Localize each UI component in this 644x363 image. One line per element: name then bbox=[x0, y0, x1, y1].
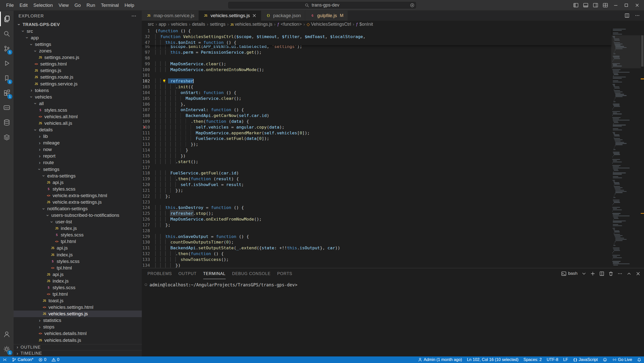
panel-tab-terminal[interactable]: TERMINAL bbox=[203, 268, 226, 279]
line-number[interactable]: 119 bbox=[142, 176, 155, 181]
code-line[interactable]: 110 self.vehicles = angular.copy(data); bbox=[142, 124, 611, 130]
panel-tab-debug-console[interactable]: DEBUG CONSOLE bbox=[232, 268, 271, 279]
line-number[interactable]: 123 bbox=[142, 199, 155, 204]
views-more-button[interactable] bbox=[131, 13, 137, 19]
code-line[interactable]: 117 bbox=[142, 164, 611, 170]
line-number[interactable]: 103 bbox=[142, 84, 155, 89]
breadcrumb-item[interactable]: details bbox=[192, 22, 206, 27]
code-line[interactable]: 129 this.onSaveOutput = function () { bbox=[142, 233, 611, 239]
tree-item-settings.zones.js[interactable]: JSsettings.zones.js bbox=[14, 54, 142, 61]
line-number[interactable]: 128 bbox=[142, 228, 155, 233]
toggle-secondary-sidebar-button[interactable] bbox=[591, 1, 600, 9]
breadcrumb-item[interactable]: ƒ<function> bbox=[277, 22, 302, 27]
menu-selection[interactable]: Selection bbox=[30, 0, 56, 11]
breadcrumb-item[interactable]: ◇VehiclesSettingsCtrl bbox=[306, 22, 352, 27]
tree-item-api.js[interactable]: JSapi.js bbox=[14, 245, 142, 251]
tree-item-index.js[interactable]: JSindex.js bbox=[14, 252, 142, 258]
code-line[interactable]: 132 .then(function () { bbox=[142, 251, 611, 257]
code-line[interactable]: 134 }) bbox=[142, 262, 611, 268]
close-panel-button[interactable] bbox=[635, 271, 641, 276]
editor-scrollbar[interactable] bbox=[641, 28, 644, 268]
activitybar-bookmarks[interactable]: 1 bbox=[0, 71, 14, 85]
editor-more-button[interactable] bbox=[635, 13, 640, 18]
panel-more-button[interactable] bbox=[617, 271, 623, 276]
line-number[interactable]: 100 bbox=[142, 67, 155, 72]
tree-item-statistics[interactable]: ›statistics bbox=[14, 317, 142, 324]
line-number[interactable]: 121 bbox=[142, 188, 155, 193]
line-number[interactable]: 120 bbox=[142, 182, 155, 187]
code-editor[interactable]: 96 $scope.$emit(APP_EVENTS.ui.tabSelecte… bbox=[142, 28, 644, 268]
tree-item-tpl.html[interactable]: <>tpl.html bbox=[14, 265, 142, 271]
status-cursor-position[interactable]: Ln 102, Col 16 (10 selected) bbox=[464, 356, 521, 363]
tree-item-zones[interactable]: ›zones bbox=[14, 48, 142, 54]
tree-item-index.js[interactable]: JSindex.js bbox=[14, 225, 142, 232]
code-line[interactable]: 120 self.isShowFuel = result; bbox=[142, 182, 611, 188]
activitybar-run-and-debug[interactable] bbox=[0, 56, 14, 71]
menu-edit[interactable]: Edit bbox=[17, 0, 30, 11]
code-line[interactable]: 1(function () { bbox=[142, 28, 611, 34]
line-number[interactable]: 112 bbox=[142, 136, 155, 141]
kill-terminal-button[interactable] bbox=[608, 271, 614, 276]
activitybar-settings[interactable]: 1 bbox=[0, 342, 14, 356]
activitybar-explorer[interactable] bbox=[0, 12, 14, 26]
line-number[interactable]: 111 bbox=[142, 130, 155, 135]
tree-item-details[interactable]: ›details bbox=[14, 127, 142, 133]
section-timeline[interactable]: ›TIMELINE bbox=[14, 350, 142, 356]
line-number[interactable]: 109 bbox=[142, 119, 155, 124]
tree-item-settings.route.js[interactable]: JSsettings.route.js bbox=[14, 74, 142, 80]
tree-item-styles.scss[interactable]: Sstyles.scss bbox=[14, 258, 142, 265]
line-number[interactable]: 99 bbox=[142, 61, 155, 66]
status-git-branch[interactable]: Carlcon* bbox=[10, 356, 36, 363]
line-number[interactable]: 106 bbox=[142, 102, 155, 107]
command-center-extra-icon[interactable] bbox=[410, 3, 415, 8]
line-number[interactable]: 131 bbox=[142, 245, 155, 250]
code-line[interactable]: 119 .then(function (result) { bbox=[142, 176, 611, 182]
tree-item-notification-settings[interactable]: ›notification-settings bbox=[14, 205, 142, 212]
menu-view[interactable]: View bbox=[56, 0, 72, 11]
tree-item-vehicles.all.html[interactable]: <>vehicles.all.html bbox=[14, 113, 142, 120]
line-number[interactable]: 1 bbox=[142, 28, 155, 33]
tree-item-toast.js[interactable]: JStoast.js bbox=[14, 297, 142, 304]
code-line[interactable]: 133 showToastSuccess(); bbox=[142, 256, 611, 262]
code-line[interactable]: 104 onStart: function () { bbox=[142, 89, 611, 95]
line-number[interactable]: 101 bbox=[142, 73, 155, 78]
tree-item-styles.scss[interactable]: Sstyles.scss bbox=[14, 232, 142, 238]
status-git-blame[interactable]: Admin (1 month ago) bbox=[416, 356, 465, 363]
tree-item-app[interactable]: ›app bbox=[14, 35, 142, 41]
tree-item-vehicles.settings.html[interactable]: <>vehicles.settings.html bbox=[14, 304, 142, 311]
code-line[interactable]: 131 BackendApi.setOutputState(_.extend({… bbox=[142, 245, 611, 251]
tree-item-lib[interactable]: ›lib bbox=[14, 133, 142, 140]
status-eol[interactable]: LF bbox=[561, 356, 570, 363]
line-number[interactable]: 118 bbox=[142, 170, 155, 175]
panel-tab-output[interactable]: OUTPUT bbox=[179, 268, 197, 279]
close-icon[interactable] bbox=[252, 13, 257, 18]
tree-item-vehicle.extra-settings.js[interactable]: JSvehicle.extra-settings.js bbox=[14, 199, 142, 205]
tree-item-vehicles[interactable]: ›vehicles bbox=[14, 94, 142, 100]
menu-file[interactable]: File bbox=[3, 0, 17, 11]
line-number[interactable]: 114 bbox=[142, 147, 155, 153]
code-line[interactable]: 128 bbox=[142, 228, 611, 233]
breadcrumb-item[interactable]: src bbox=[147, 22, 154, 27]
activitybar-json-viewer[interactable]: Json bbox=[0, 100, 14, 115]
tree-item-mileage[interactable]: ›mileage bbox=[14, 140, 142, 146]
line-number[interactable]: 47 bbox=[142, 40, 155, 45]
activitybar-extensions[interactable]: 1 bbox=[0, 85, 14, 100]
tree-item-settings.html[interactable]: <>settings.html bbox=[14, 61, 142, 67]
line-number[interactable]: 132 bbox=[142, 251, 155, 256]
line-number[interactable]: 104 bbox=[142, 90, 155, 95]
code-line[interactable]: 100 MapOsmService.onEnteredIntoNowMode()… bbox=[142, 67, 611, 72]
breadcrumb-item[interactable]: ƒ$onInit bbox=[355, 22, 373, 27]
scrollbar-thumb[interactable] bbox=[641, 35, 644, 67]
code-line[interactable]: 113 }); bbox=[142, 141, 611, 147]
activitybar-search[interactable] bbox=[0, 26, 14, 41]
activitybar-source-control[interactable]: 1 bbox=[0, 41, 14, 56]
code-line[interactable]: 122 }; bbox=[142, 193, 611, 199]
toggle-panel-button[interactable] bbox=[581, 1, 591, 9]
tab-vehicles.settings.js[interactable]: JSvehicles.settings.js bbox=[199, 11, 261, 20]
status-feedback[interactable] bbox=[600, 356, 610, 363]
code-line[interactable]: 102 refresher bbox=[142, 78, 611, 84]
code-line[interactable]: 125 refresher.stop(); bbox=[142, 210, 611, 216]
line-number[interactable]: 133 bbox=[142, 257, 155, 262]
tree-item-settings[interactable]: ›settings bbox=[14, 41, 142, 48]
tree-item-TRANS-GPS-DEV[interactable]: ›TRANS-GPS-DEV bbox=[14, 21, 142, 28]
